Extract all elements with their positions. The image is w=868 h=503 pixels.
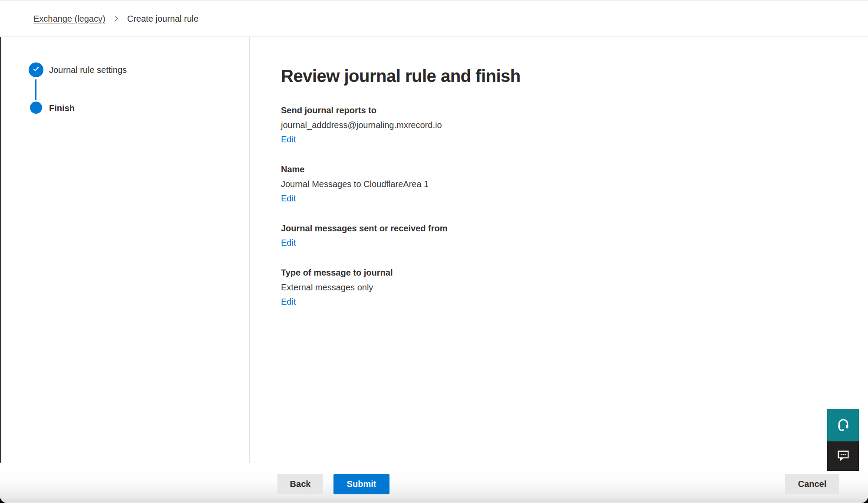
section-message-type: Type of message to journal External mess… bbox=[281, 267, 851, 308]
journal-report-address-value: journal_adddress@journaling.mxrecord.io bbox=[281, 119, 851, 131]
message-type-value: External messages only bbox=[281, 282, 851, 293]
breadcrumb-exchange-legacy-link[interactable]: Exchange (legacy) bbox=[33, 14, 106, 24]
review-panel: Review journal rule and finish Send jour… bbox=[250, 37, 868, 463]
headset-icon bbox=[836, 417, 851, 434]
back-button[interactable]: Back bbox=[277, 474, 323, 494]
help-support-button[interactable] bbox=[827, 409, 859, 441]
sidebar-step-finish: Finish bbox=[49, 103, 75, 113]
section-journal-messages-scope: Journal messages sent or received from E… bbox=[281, 223, 851, 249]
rule-name-value: Journal Messages to CloudflareArea 1 bbox=[281, 178, 851, 190]
floating-button-stack bbox=[827, 409, 859, 471]
section-label: Name bbox=[281, 164, 851, 175]
step-finish-indicator[interactable] bbox=[30, 102, 42, 114]
section-label: Journal messages sent or received from bbox=[281, 223, 851, 234]
section-label: Type of message to journal bbox=[281, 267, 851, 279]
edit-name-link[interactable]: Edit bbox=[281, 193, 296, 204]
content-area: Journal rule settings Finish Review jour… bbox=[0, 37, 868, 463]
edit-message-type-link[interactable]: Edit bbox=[281, 296, 296, 308]
breadcrumb: Exchange (legacy) Create journal rule bbox=[33, 14, 198, 24]
section-label: Send journal reports to bbox=[281, 105, 851, 116]
chevron-right-icon bbox=[112, 15, 120, 23]
exchange-admin-window: Exchange (legacy) Create journal rule Jo… bbox=[0, 0, 868, 503]
submit-button[interactable]: Submit bbox=[333, 474, 389, 494]
sidebar-step-journal-rule-settings[interactable]: Journal rule settings bbox=[49, 65, 127, 75]
edit-scope-link[interactable]: Edit bbox=[281, 237, 296, 249]
page-title: Review journal rule and finish bbox=[281, 66, 851, 86]
wizard-action-bar: Back Submit Cancel bbox=[0, 463, 868, 503]
edit-send-journal-reports-link[interactable]: Edit bbox=[281, 134, 296, 145]
feedback-button[interactable] bbox=[827, 441, 859, 471]
step-journal-rule-settings-indicator[interactable] bbox=[29, 62, 43, 77]
section-name: Name Journal Messages to CloudflareArea … bbox=[281, 164, 851, 204]
wizard-stepper-sidebar: Journal rule settings Finish bbox=[1, 37, 250, 463]
top-bar: Exchange (legacy) Create journal rule bbox=[0, 0, 868, 37]
cancel-button[interactable]: Cancel bbox=[785, 474, 839, 494]
checkmark-icon bbox=[32, 65, 40, 75]
breadcrumb-current-page: Create journal rule bbox=[127, 14, 199, 24]
chat-feedback-icon bbox=[836, 448, 850, 464]
section-send-journal-reports-to: Send journal reports to journal_adddress… bbox=[281, 105, 851, 145]
step-connector-line bbox=[35, 79, 36, 100]
